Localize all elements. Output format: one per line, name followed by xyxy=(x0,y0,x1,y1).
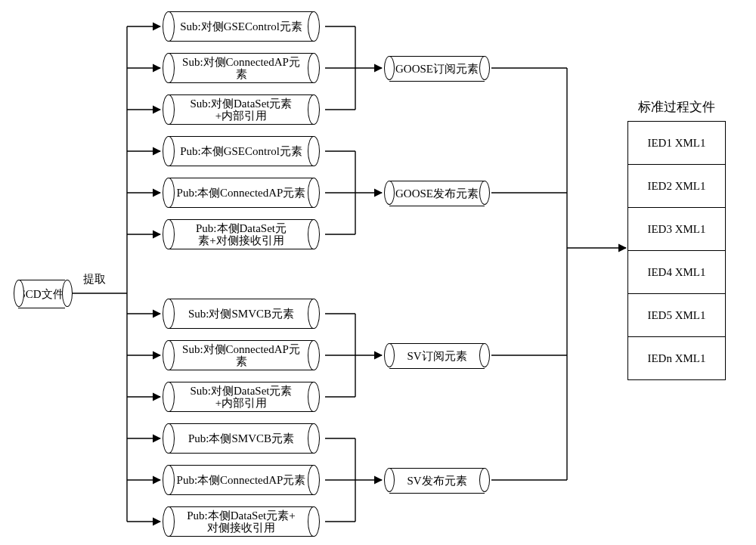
output-title: 标准过程文件 xyxy=(627,98,726,116)
mid-cyl-10: Pub:本侧ConnectedAP元素 xyxy=(163,465,320,495)
result-goose-pub: GOOSE发布元素 xyxy=(384,181,490,205)
output-item: IED5 XML1 xyxy=(628,294,725,337)
result-sv-pub: SV发布元素 xyxy=(384,468,490,492)
scd-file-cylinder: SCD文件 xyxy=(14,280,73,307)
mid-cyl-2: Sub:对侧DataSet元素 +内部引用 xyxy=(163,94,320,125)
mid-cyl-0: Sub:对侧GSEControl元素 xyxy=(163,11,320,42)
mid-cyl-8: Sub:对侧DataSet元素 +内部引用 xyxy=(163,382,320,412)
output-item: IED4 XML1 xyxy=(628,251,725,294)
mid-cyl-9: Pub:本侧SMVCB元素 xyxy=(163,423,320,454)
mid-cyl-5: Pub:本侧DataSet元 素+对侧接收引用 xyxy=(163,219,320,249)
output-item: IEDn XML1 xyxy=(628,337,725,379)
diagram-canvas: SCD文件 提取 Sub:对侧GSEControl元素 Sub:对侧Connec… xyxy=(0,0,756,545)
output-item: IED1 XML1 xyxy=(628,122,725,165)
output-item: IED3 XML1 xyxy=(628,208,725,251)
mid-cyl-1: Sub:对侧ConnectedAP元 素 xyxy=(163,53,320,83)
scd-file-label: SCD文件 xyxy=(19,287,64,302)
output-item: IED2 XML1 xyxy=(628,165,725,208)
result-goose-sub: GOOSE订阅元素 xyxy=(384,56,490,80)
result-sv-sub: SV订阅元素 xyxy=(384,343,490,367)
mid-cyl-3: Pub:本侧GSEControl元素 xyxy=(163,136,320,166)
mid-cyl-11: Pub:本侧DataSet元素+ 对侧接收引用 xyxy=(163,506,320,537)
extract-label: 提取 xyxy=(83,272,106,286)
mid-cyl-7: Sub:对侧ConnectedAP元 素 xyxy=(163,340,320,370)
output-stack: IED1 XML1 IED2 XML1 IED3 XML1 IED4 XML1 … xyxy=(627,121,726,380)
mid-cyl-4: Pub:本侧ConnectedAP元素 xyxy=(163,178,320,208)
mid-cyl-6: Sub:对侧SMVCB元素 xyxy=(163,299,320,329)
